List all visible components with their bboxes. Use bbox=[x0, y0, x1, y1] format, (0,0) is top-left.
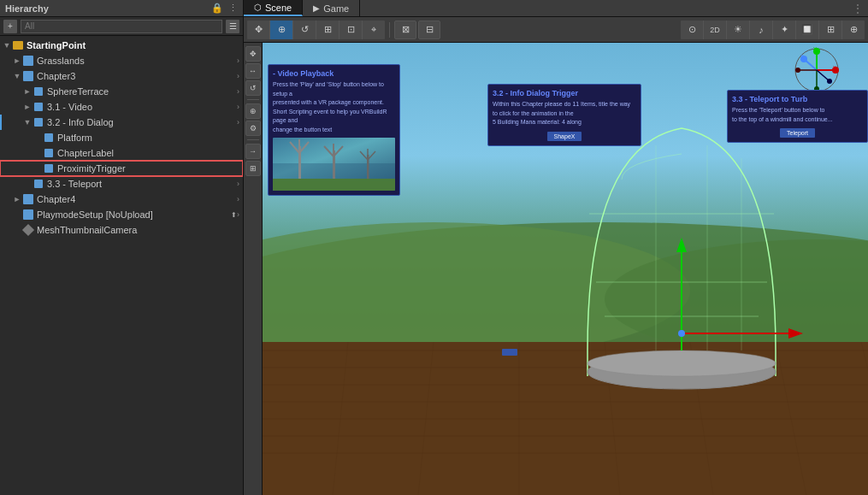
svg-text:Y: Y bbox=[813, 47, 817, 51]
skybox-btn[interactable]: 🔲 bbox=[796, 21, 818, 39]
svg-point-60 bbox=[827, 79, 832, 84]
right-panel: ⬡ Scene ▶ Game ⋮ ✥ ⊕ ↺ ⊞ ⊡ ⌖ bbox=[244, 0, 868, 495]
hierarchy-toolbar: + ☰ bbox=[0, 17, 243, 36]
tree-label: Platform bbox=[57, 133, 239, 143]
chevron-right-icon: › bbox=[237, 180, 239, 188]
grid-view-btn[interactable]: ⊞ bbox=[819, 21, 841, 39]
scene-tab[interactable]: ⬡ Scene bbox=[244, 0, 303, 16]
tree-item-proximity-trigger[interactable]: ProximityTrigger bbox=[0, 161, 243, 176]
info-dialog-title: 3.2 - Info Dialog Trigger bbox=[493, 89, 636, 97]
expand-arrow[interactable] bbox=[22, 84, 32, 99]
tree-item-grasslands[interactable]: Grasslands › bbox=[0, 53, 243, 68]
cube-icon bbox=[43, 132, 55, 144]
info-dialog-button-area: ShapeX bbox=[493, 132, 636, 141]
tree-label: SphereTerrace bbox=[47, 86, 237, 97]
tree-item-mesh-thumbnail[interactable]: MeshThumbnailCamera bbox=[0, 222, 243, 238]
audio-btn[interactable]: ♪ bbox=[750, 21, 772, 39]
tree-item-chapter3[interactable]: Chapter3 › bbox=[0, 68, 243, 84]
extra-tool-btn[interactable]: ⊞ bbox=[245, 161, 261, 176]
tree-item-3-2-info-dialog[interactable]: 3.2 - Info Dialog › bbox=[0, 115, 243, 130]
more-options-icon[interactable]: ⋮ bbox=[853, 3, 863, 15]
chevron-right-icon: › bbox=[237, 210, 239, 219]
upload-icon: ⬆ bbox=[231, 211, 237, 219]
fx-btn[interactable]: ✦ bbox=[773, 21, 795, 39]
tree-label: ProximityTrigger bbox=[57, 163, 239, 174]
svg-point-24 bbox=[588, 351, 776, 376]
info-dialog-trigger-panel: 3.2 - Info Dialog Trigger Within this Ch… bbox=[487, 84, 641, 146]
move-tool-btn[interactable]: ✥ bbox=[245, 46, 261, 62]
filter-button[interactable]: ☰ bbox=[226, 20, 239, 33]
scale-tool[interactable]: ⊞ bbox=[316, 21, 339, 39]
scene-viewport[interactable]: ✥ ↔ ↺ ⊕ ⚙ → ⊞ bbox=[244, 43, 868, 495]
tree-item-starting-point[interactable]: StartingPoint bbox=[0, 38, 243, 53]
chevron-right-icon: › bbox=[237, 103, 239, 111]
menu-icon[interactable]: ⋮ bbox=[228, 3, 238, 14]
cube-icon bbox=[22, 70, 34, 82]
cube-icon bbox=[43, 162, 55, 174]
tree-item-playmode-setup[interactable]: PlaymodeSetup [NoUpload] ⬆ › bbox=[0, 207, 243, 222]
windmill-image bbox=[273, 138, 395, 191]
expand-arrow[interactable] bbox=[12, 68, 22, 84]
tree-item-sphere-terrace[interactable]: SphereTerrace › bbox=[0, 84, 243, 99]
hierarchy-header: Hierarchy 🔒 ⋮ bbox=[0, 0, 243, 17]
rect-tool[interactable]: ⊡ bbox=[340, 21, 362, 39]
mesh-icon bbox=[22, 224, 34, 236]
expand-arrow[interactable] bbox=[12, 192, 22, 207]
cube-icon bbox=[32, 116, 44, 128]
expand-arrow[interactable] bbox=[2, 38, 12, 53]
light-btn[interactable]: ☀ bbox=[727, 21, 749, 39]
tree-label: Chapter3 bbox=[37, 71, 237, 81]
svg-point-29 bbox=[678, 330, 685, 337]
cube-icon bbox=[32, 101, 44, 113]
svg-text:Z: Z bbox=[800, 54, 804, 59]
grid-tool[interactable]: ⊠ bbox=[394, 21, 416, 39]
add-button[interactable]: + bbox=[3, 20, 17, 33]
windmill-svg bbox=[273, 138, 395, 191]
game-tab-label: Game bbox=[323, 3, 349, 14]
snap-tool[interactable]: ⊟ bbox=[418, 21, 440, 39]
arrow-tool-btn[interactable]: → bbox=[245, 144, 261, 159]
rotate-tool-btn[interactable]: ↺ bbox=[245, 80, 261, 96]
transform-tool[interactable]: ⌖ bbox=[363, 21, 385, 39]
search-input[interactable] bbox=[21, 20, 222, 33]
expand-arrow[interactable] bbox=[22, 115, 32, 130]
tree-item-3-1-video[interactable]: 3.1 - Video › bbox=[0, 99, 243, 115]
transform-tools: ✥ ⊕ ↺ ⊞ ⊡ ⌖ bbox=[247, 21, 385, 39]
persp-btn[interactable]: ⊙ bbox=[681, 21, 703, 39]
game-icon: ▶ bbox=[313, 3, 320, 13]
tree-item-chapter-label[interactable]: ChapterLabel bbox=[0, 145, 243, 161]
game-tab[interactable]: ▶ Game bbox=[303, 0, 360, 16]
expand-arrow bbox=[32, 161, 43, 176]
cube-icon bbox=[32, 178, 44, 190]
info-dialog-text: Within this Chapter please do 11 Items, … bbox=[493, 100, 636, 127]
hand-tool[interactable]: ✥ bbox=[247, 21, 269, 39]
chevron-right-icon: › bbox=[237, 56, 239, 65]
scene-icon: ⬡ bbox=[254, 3, 262, 12]
tool-separator bbox=[247, 99, 259, 100]
settings-tool-btn[interactable]: ⚙ bbox=[245, 121, 261, 136]
tree-item-platform[interactable]: Platform bbox=[0, 130, 243, 145]
snap-tool-btn[interactable]: ⊕ bbox=[245, 103, 261, 119]
cube-icon bbox=[22, 209, 34, 221]
main-layout: Hierarchy 🔒 ⋮ + ☰ StartingPoint Grasslan… bbox=[0, 0, 868, 495]
video-panel-text: Press the 'Play' and 'Stop' button below… bbox=[273, 80, 395, 134]
tree-item-chapter4[interactable]: Chapter4 › bbox=[0, 192, 243, 207]
tree-item-3-3-teleport[interactable]: 3.3 - Teleport › bbox=[0, 176, 243, 192]
expand-arrow[interactable] bbox=[22, 99, 32, 115]
move-tool[interactable]: ⊕ bbox=[270, 21, 292, 39]
info-dialog-btn[interactable]: ShapeX bbox=[547, 132, 582, 141]
orbit-tool-btn[interactable]: ↔ bbox=[245, 63, 261, 79]
lock-icon[interactable]: 🔒 bbox=[211, 3, 223, 14]
tree-label: PlaymodeSetup [NoUpload] bbox=[37, 209, 229, 220]
teleport-text: Press the 'Teleport' button below to to … bbox=[732, 106, 863, 124]
2d-btn[interactable]: 2D bbox=[704, 21, 726, 39]
cube-icon bbox=[22, 55, 34, 67]
teleport-panel: 3.3 - Teleport to Turb Press the 'Telepo… bbox=[727, 90, 868, 143]
expand-arrow[interactable] bbox=[12, 53, 22, 68]
teleport-btn[interactable]: Teleport bbox=[780, 128, 815, 138]
rotate-tool[interactable]: ↺ bbox=[293, 21, 316, 39]
teleport-title: 3.3 - Teleport to Turb bbox=[732, 95, 863, 103]
gizmo-btn[interactable]: ⊕ bbox=[842, 21, 865, 39]
svg-rect-3 bbox=[263, 342, 868, 495]
scene-tab-label: Scene bbox=[265, 3, 292, 13]
